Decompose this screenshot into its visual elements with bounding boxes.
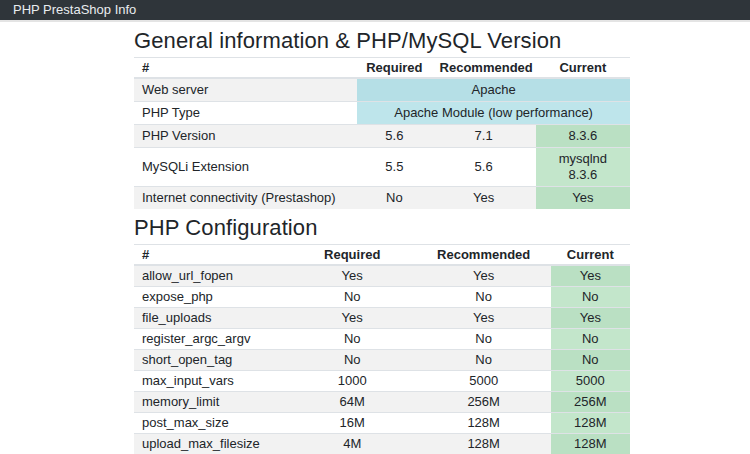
recommended-cell: 128M bbox=[417, 434, 551, 454]
required-cell: 64M bbox=[288, 392, 417, 413]
current-cell: 8.3.6 bbox=[536, 125, 630, 148]
column-header-current: Current bbox=[536, 58, 630, 79]
row-label-cell: memory_limit bbox=[134, 392, 288, 413]
required-cell: No bbox=[357, 187, 431, 210]
current-cell: 256M bbox=[551, 392, 630, 413]
merged-info-cell: Apache Module (low performance) bbox=[357, 102, 630, 125]
row-label-cell: allow_url_fopen bbox=[134, 265, 288, 287]
column-header-required: Required bbox=[288, 245, 417, 266]
row-label-cell: upload_max_filesize bbox=[134, 434, 288, 454]
table-row: PHP TypeApache Module (low performance) bbox=[134, 102, 630, 125]
navbar-brand[interactable]: PHP PrestaShop Info bbox=[13, 0, 136, 21]
current-cell: Yes bbox=[551, 265, 630, 287]
recommended-cell: 7.1 bbox=[432, 125, 536, 148]
current-cell: 5000 bbox=[551, 371, 630, 392]
required-cell: 4M bbox=[288, 434, 417, 454]
table-row: allow_url_fopenYesYesYes bbox=[134, 265, 630, 287]
general-info-table: # Required Recommended Current Web serve… bbox=[134, 57, 630, 209]
required-cell: No bbox=[288, 287, 417, 308]
required-cell: Yes bbox=[288, 265, 417, 287]
column-header-hash: # bbox=[134, 58, 357, 79]
row-label-cell: post_max_size bbox=[134, 413, 288, 434]
php-configuration-table: # Required Recommended Current allow_url… bbox=[134, 244, 630, 454]
page: PHP PrestaShop Info General information … bbox=[0, 0, 750, 454]
current-cell: No bbox=[551, 350, 630, 371]
column-header-required: Required bbox=[357, 58, 431, 79]
required-cell: 5.6 bbox=[357, 125, 431, 148]
required-cell: No bbox=[288, 329, 417, 350]
current-cell: No bbox=[551, 329, 630, 350]
required-cell: 5.5 bbox=[357, 148, 431, 187]
table-row: MySQLi Extension5.55.6mysqlnd 8.3.6 bbox=[134, 148, 630, 187]
table-row: Web serverApache bbox=[134, 78, 630, 102]
table-row: register_argc_argvNoNoNo bbox=[134, 329, 630, 350]
row-label-cell: expose_php bbox=[134, 287, 288, 308]
table-row: upload_max_filesize4M128M128M bbox=[134, 434, 630, 454]
row-label-cell: Web server bbox=[134, 78, 357, 102]
column-header-hash: # bbox=[134, 245, 288, 266]
table-row: memory_limit64M256M256M bbox=[134, 392, 630, 413]
table-header-row: # Required Recommended Current bbox=[134, 245, 630, 266]
table-header-row: # Required Recommended Current bbox=[134, 58, 630, 79]
table-row: PHP Version5.67.18.3.6 bbox=[134, 125, 630, 148]
top-navbar: PHP PrestaShop Info bbox=[0, 0, 750, 22]
row-label-cell: Internet connectivity (Prestashop) bbox=[134, 187, 357, 210]
recommended-cell: Yes bbox=[417, 308, 551, 329]
current-cell: Yes bbox=[551, 308, 630, 329]
recommended-cell: 5000 bbox=[417, 371, 551, 392]
table-row: Internet connectivity (Prestashop)NoYesY… bbox=[134, 187, 630, 210]
column-header-recommended: Recommended bbox=[417, 245, 551, 266]
row-label-cell: file_uploads bbox=[134, 308, 288, 329]
required-cell: 1000 bbox=[288, 371, 417, 392]
current-cell: 128M bbox=[551, 413, 630, 434]
recommended-cell: Yes bbox=[432, 187, 536, 210]
column-header-current: Current bbox=[551, 245, 630, 266]
table-row: short_open_tagNoNoNo bbox=[134, 350, 630, 371]
required-cell: Yes bbox=[288, 308, 417, 329]
recommended-cell: No bbox=[417, 287, 551, 308]
table-row: post_max_size16M128M128M bbox=[134, 413, 630, 434]
section-title-general-info: General information & PHP/MySQL Version bbox=[134, 28, 630, 54]
current-cell: 128M bbox=[551, 434, 630, 454]
current-cell: No bbox=[551, 287, 630, 308]
recommended-cell: 128M bbox=[417, 413, 551, 434]
row-label-cell: MySQLi Extension bbox=[134, 148, 357, 187]
current-cell: Yes bbox=[536, 187, 630, 210]
main-content: General information & PHP/MySQL Version … bbox=[134, 28, 630, 454]
recommended-cell: No bbox=[417, 350, 551, 371]
table-row: expose_phpNoNoNo bbox=[134, 287, 630, 308]
recommended-cell: Yes bbox=[417, 265, 551, 287]
column-header-recommended: Recommended bbox=[432, 58, 536, 79]
merged-info-cell: Apache bbox=[357, 78, 630, 102]
current-cell: mysqlnd 8.3.6 bbox=[536, 148, 630, 187]
row-label-cell: max_input_vars bbox=[134, 371, 288, 392]
recommended-cell: No bbox=[417, 329, 551, 350]
required-cell: No bbox=[288, 350, 417, 371]
recommended-cell: 5.6 bbox=[432, 148, 536, 187]
table-row: max_input_vars100050005000 bbox=[134, 371, 630, 392]
row-label-cell: short_open_tag bbox=[134, 350, 288, 371]
row-label-cell: register_argc_argv bbox=[134, 329, 288, 350]
section-title-php-configuration: PHP Configuration bbox=[134, 215, 630, 241]
required-cell: 16M bbox=[288, 413, 417, 434]
table-row: file_uploadsYesYesYes bbox=[134, 308, 630, 329]
recommended-cell: 256M bbox=[417, 392, 551, 413]
row-label-cell: PHP Type bbox=[134, 102, 357, 125]
row-label-cell: PHP Version bbox=[134, 125, 357, 148]
